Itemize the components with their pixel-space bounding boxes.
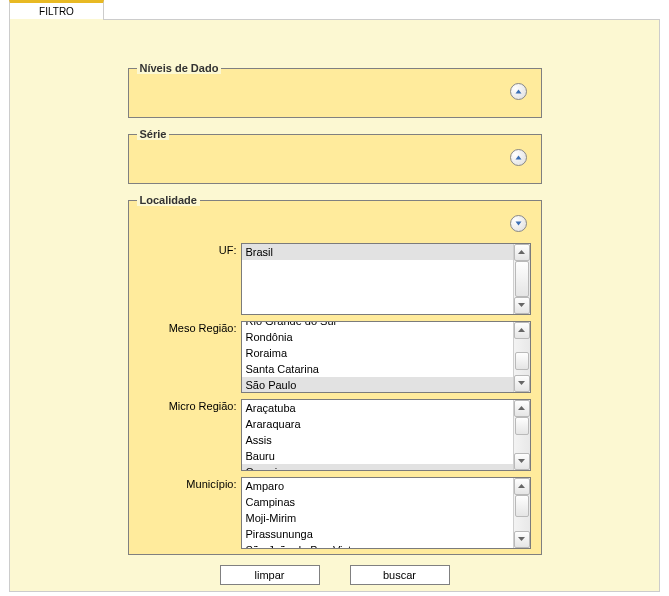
svg-marker-1 — [515, 156, 521, 160]
scrollbar[interactable] — [513, 322, 530, 392]
svg-marker-3 — [518, 250, 525, 254]
svg-marker-0 — [515, 90, 521, 94]
scroll-up-button[interactable] — [514, 478, 530, 495]
list-item[interactable]: Rondônia — [242, 329, 513, 345]
legend-niveis: Níveis de Dado — [137, 62, 222, 74]
label-uf: UF: — [139, 243, 241, 256]
list-item[interactable]: Pirassununga — [242, 526, 513, 542]
svg-marker-6 — [518, 381, 525, 385]
list-item[interactable]: São Paulo — [242, 377, 513, 392]
list-item[interactable]: Santa Catarina — [242, 361, 513, 377]
list-item[interactable]: Araçatuba — [242, 400, 513, 416]
legend-localidade: Localidade — [137, 194, 200, 206]
svg-marker-2 — [515, 222, 521, 226]
list-item[interactable]: Campinas — [242, 464, 513, 470]
scrollbar[interactable] — [513, 244, 530, 314]
listbox-uf[interactable]: Brasil — [241, 243, 531, 315]
svg-marker-7 — [518, 406, 525, 410]
list-item[interactable]: Bauru — [242, 448, 513, 464]
listbox-meso[interactable]: Rio Grande do Sul Rondônia Roraima Santa… — [241, 321, 531, 393]
svg-marker-5 — [518, 328, 525, 332]
scroll-down-button[interactable] — [514, 453, 530, 470]
collapse-button-serie[interactable] — [510, 149, 527, 166]
scrollbar[interactable] — [513, 478, 530, 548]
button-label: limpar — [255, 569, 285, 581]
svg-marker-8 — [518, 459, 525, 463]
scroll-thumb[interactable] — [515, 417, 529, 435]
list-item[interactable]: Roraima — [242, 345, 513, 361]
label-municipio: Município: — [139, 477, 241, 490]
scroll-down-button[interactable] — [514, 531, 530, 548]
svg-marker-9 — [518, 484, 525, 488]
scroll-down-button[interactable] — [514, 375, 530, 392]
tab-label: FILTRO — [39, 6, 74, 17]
scrollbar[interactable] — [513, 400, 530, 470]
list-item[interactable]: Araraquara — [242, 416, 513, 432]
svg-marker-10 — [518, 537, 525, 541]
scroll-thumb[interactable] — [515, 352, 529, 370]
filter-panel: Níveis de Dado Série Localidade UF — [9, 19, 660, 592]
scroll-up-button[interactable] — [514, 322, 530, 339]
tab-filtro[interactable]: FILTRO — [9, 0, 104, 20]
label-meso: Meso Região: — [139, 321, 241, 334]
button-label: buscar — [383, 569, 416, 581]
scroll-up-button[interactable] — [514, 244, 530, 261]
collapse-button-localidade[interactable] — [510, 215, 527, 232]
list-item[interactable]: Rio Grande do Sul — [242, 322, 513, 329]
label-micro: Micro Região: — [139, 399, 241, 412]
fieldset-serie: Série — [128, 134, 542, 184]
collapse-button-niveis[interactable] — [510, 83, 527, 100]
buscar-button[interactable]: buscar — [350, 565, 450, 585]
list-item[interactable]: Amparo — [242, 478, 513, 494]
list-item[interactable]: Moji-Mirim — [242, 510, 513, 526]
limpar-button[interactable]: limpar — [220, 565, 320, 585]
list-item[interactable]: Assis — [242, 432, 513, 448]
fieldset-niveis-de-dado: Níveis de Dado — [128, 68, 542, 118]
listbox-micro[interactable]: Araçatuba Araraquara Assis Bauru Campina… — [241, 399, 531, 471]
scroll-up-button[interactable] — [514, 400, 530, 417]
list-item[interactable]: São João da Boa Vista — [242, 542, 513, 548]
listbox-municipio[interactable]: Amparo Campinas Moji-Mirim Pirassununga … — [241, 477, 531, 549]
list-item[interactable]: Campinas — [242, 494, 513, 510]
fieldset-localidade: Localidade UF: Brasil — [128, 200, 542, 555]
svg-marker-4 — [518, 303, 525, 307]
legend-serie: Série — [137, 128, 170, 140]
scroll-down-button[interactable] — [514, 297, 530, 314]
scroll-thumb[interactable] — [515, 261, 529, 297]
scroll-thumb[interactable] — [515, 495, 529, 517]
list-item[interactable]: Brasil — [242, 244, 513, 260]
